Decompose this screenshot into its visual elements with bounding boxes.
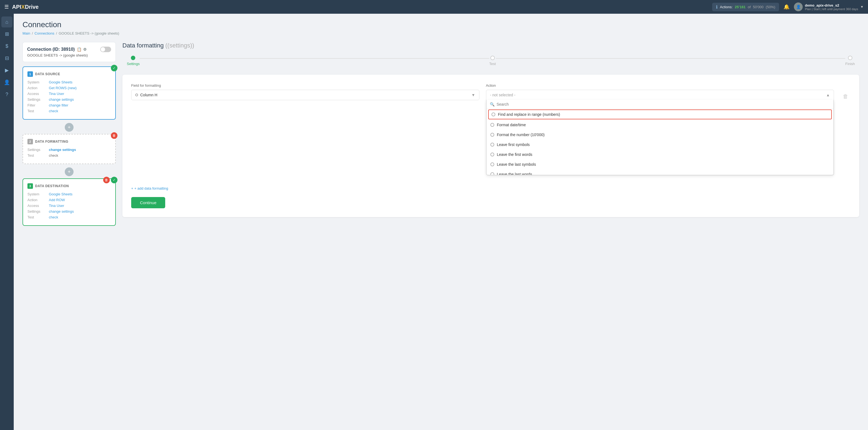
progress-label-test: Test bbox=[489, 62, 496, 66]
sidebar-item-help[interactable]: ? bbox=[1, 89, 12, 100]
form-area: Field for formatting Column H ▼ Action bbox=[122, 74, 859, 217]
formatting-label-settings: Settings bbox=[27, 148, 46, 152]
gear-icon[interactable]: ⚙ bbox=[83, 47, 87, 52]
destination-label-settings: Settings bbox=[27, 209, 46, 214]
field-value: Column H bbox=[140, 93, 471, 97]
dropdown-item-5[interactable]: Leave the last symbols bbox=[487, 159, 834, 169]
sidebar-item-grid[interactable]: ⊞ bbox=[1, 29, 12, 39]
datasource-row-settings: Settings change settings bbox=[27, 97, 111, 101]
progress-circle-settings bbox=[131, 56, 135, 60]
left-panel: Connection (ID: 38910) 📋 ⚙ GOOGLE SHEETS… bbox=[23, 42, 116, 229]
destination-label-test: Test bbox=[27, 215, 46, 219]
datasource-value-access[interactable]: Tina User bbox=[49, 92, 64, 96]
dropdown-item-6[interactable]: Leave the last words bbox=[487, 169, 834, 175]
breadcrumb-sep1: / bbox=[32, 31, 33, 35]
user-section[interactable]: 👤 demo_apix-drive_s2 Plan | Start | left… bbox=[794, 2, 864, 11]
actions-percent: (50%) bbox=[766, 5, 775, 9]
sidebar-item-billing[interactable]: $ bbox=[1, 41, 12, 52]
data-formatting-card: 🗑 2 DATA FORMATTING Settings change sett… bbox=[23, 134, 116, 164]
sidebar-item-tasks[interactable]: ⊟ bbox=[1, 53, 12, 64]
breadcrumb-connections[interactable]: Connections bbox=[35, 31, 54, 35]
delete-row-button[interactable]: 🗑 bbox=[841, 91, 850, 102]
dropdown-item-2[interactable]: Format the number (10'000) bbox=[487, 130, 834, 140]
destination-row-system: System Google Sheets bbox=[27, 192, 111, 196]
formatting-value-test: check bbox=[49, 153, 58, 157]
destination-value-access[interactable]: Tina User bbox=[49, 204, 64, 208]
dropdown-list: Find and replace in range (numbers) Form… bbox=[487, 109, 834, 175]
progress-circle-finish bbox=[848, 56, 852, 60]
add-formatting-icon: + bbox=[131, 186, 133, 190]
dropdown-item-label-2: Format the number (10'000) bbox=[497, 132, 545, 137]
destination-value-action[interactable]: Add ROW bbox=[49, 198, 65, 202]
action-select[interactable]: - not selected - ▲ 🔍 bbox=[486, 90, 834, 175]
action-select-header[interactable]: - not selected - ▲ bbox=[486, 90, 834, 100]
destination-value-test[interactable]: check bbox=[49, 215, 58, 219]
bell-icon[interactable]: 🔔 bbox=[783, 4, 789, 10]
section-title: Data formatting ((settings)) bbox=[122, 42, 859, 49]
radio-icon-2 bbox=[490, 133, 494, 137]
datasource-check-badge: ✓ bbox=[111, 65, 118, 71]
search-input[interactable] bbox=[497, 102, 830, 106]
formatting-row-test: Test check bbox=[27, 153, 111, 157]
conn-icons: 📋 ⚙ bbox=[77, 47, 87, 52]
radio-icon-6 bbox=[490, 172, 494, 175]
field-select[interactable]: Column H ▼ bbox=[131, 90, 479, 100]
dropdown-item-label-3: Leave first symbols bbox=[497, 143, 530, 147]
destination-check-badge: ✓ bbox=[111, 177, 118, 183]
sidebar-item-home[interactable]: ⌂ bbox=[1, 17, 12, 27]
data-source-card: ✓ 1 DATA SOURCE System Google Sheets Act… bbox=[23, 66, 116, 120]
user-name: demo_apix-drive_s2 bbox=[805, 3, 858, 7]
datasource-value-filter[interactable]: change filter bbox=[49, 103, 68, 107]
sidebar-item-profile[interactable]: 👤 bbox=[1, 77, 12, 88]
dropdown-item-3[interactable]: Leave first symbols bbox=[487, 140, 834, 150]
toggle-switch[interactable] bbox=[100, 47, 111, 52]
dropdown-item-4[interactable]: Leave the first words bbox=[487, 150, 834, 159]
plus-button-2[interactable]: + bbox=[65, 167, 73, 176]
actions-total: 50'000 bbox=[753, 5, 764, 9]
hamburger-icon[interactable]: ☰ bbox=[4, 4, 9, 10]
datasource-value-system[interactable]: Google Sheets bbox=[49, 80, 72, 84]
formatting-value-settings[interactable]: change settings bbox=[49, 148, 76, 152]
datasource-row-access: Access Tina User bbox=[27, 92, 111, 96]
copy-icon[interactable]: 📋 bbox=[77, 47, 82, 52]
action-chevron-icon: ▲ bbox=[826, 93, 830, 97]
progress-label-finish: Finish bbox=[845, 62, 855, 66]
datasource-value-settings[interactable]: change settings bbox=[49, 97, 74, 101]
destination-value-system[interactable]: Google Sheets bbox=[49, 192, 72, 196]
section-title-sub: ((settings)) bbox=[165, 42, 194, 49]
search-icon: 🔍 bbox=[490, 102, 495, 106]
datasource-row-test: Test check bbox=[27, 109, 111, 113]
section-title-main: Data formatting bbox=[122, 42, 163, 49]
datasource-row-action: Action Get ROWS (new) bbox=[27, 86, 111, 90]
user-info: demo_apix-drive_s2 Plan | Start | left u… bbox=[805, 3, 858, 11]
radio-icon-1 bbox=[490, 123, 494, 127]
progress-step-settings: Settings bbox=[127, 56, 140, 66]
dropdown-item-0[interactable]: Find and replace in range (numbers) bbox=[488, 110, 832, 119]
formatting-header: 2 DATA FORMATTING bbox=[27, 139, 111, 144]
connection-header-title: Connection (ID: 38910) 📋 ⚙ bbox=[27, 47, 111, 52]
datasource-label-test: Test bbox=[27, 109, 46, 113]
add-formatting-button[interactable]: + + add data formatting bbox=[131, 186, 168, 190]
formatting-delete-btn[interactable]: 🗑 bbox=[111, 132, 118, 139]
datasource-value-action[interactable]: Get ROWS (new) bbox=[49, 86, 76, 90]
sidebar-item-play[interactable]: ▶ bbox=[1, 65, 12, 76]
dropdown-item-label-5: Leave the last symbols bbox=[497, 162, 536, 166]
breadcrumb-current: GOOGLE SHEETS -> (google sheets) bbox=[59, 31, 119, 35]
destination-row-test: Test check bbox=[27, 215, 111, 219]
progress-circle-test bbox=[490, 56, 495, 60]
progress-steps: Settings Test Finish bbox=[122, 56, 859, 66]
dropdown-item-1[interactable]: Format date/time bbox=[487, 120, 834, 130]
dropdown-search[interactable]: 🔍 bbox=[487, 100, 834, 109]
logo-x: X bbox=[21, 4, 25, 10]
plus-button-1[interactable]: + bbox=[65, 123, 73, 132]
user-plan: Plan | Start | left until payment 360 da… bbox=[805, 7, 858, 11]
continue-button[interactable]: Continue bbox=[131, 197, 165, 208]
dropdown-item-label-0: Find and replace in range (numbers) bbox=[498, 112, 560, 117]
logo[interactable]: ☰ APIXDrive bbox=[4, 4, 39, 10]
destination-delete-btn[interactable]: 🗑 bbox=[103, 177, 110, 183]
destination-value-settings[interactable]: change settings bbox=[49, 209, 74, 214]
destination-row-action: Action Add ROW bbox=[27, 198, 111, 202]
actions-of: of bbox=[748, 5, 751, 9]
datasource-value-test[interactable]: check bbox=[49, 109, 58, 113]
breadcrumb-main[interactable]: Main bbox=[23, 31, 30, 35]
